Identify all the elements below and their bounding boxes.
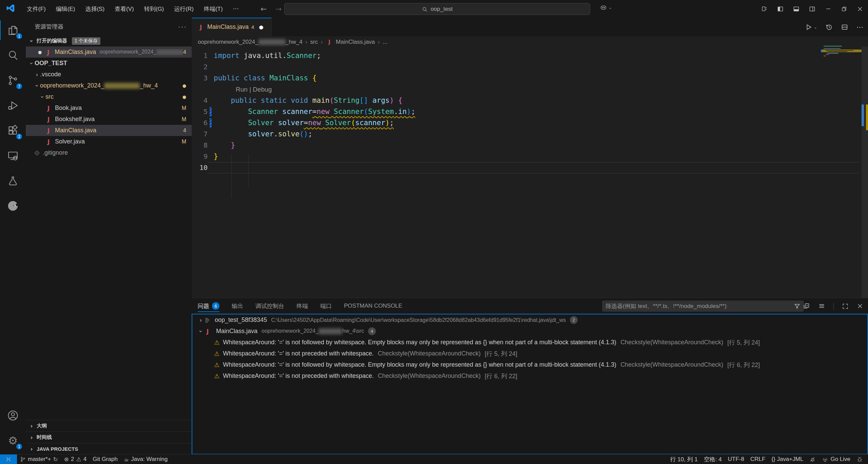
status-remote-indicator[interactable] xyxy=(0,455,17,464)
view-as-table-icon[interactable] xyxy=(818,303,825,310)
more-actions-icon[interactable]: ··· xyxy=(178,23,187,31)
run-java-button[interactable]: ⌄ xyxy=(805,23,817,31)
code-line-9[interactable]: 9} xyxy=(192,151,868,162)
maximize-panel-icon[interactable] xyxy=(842,303,849,310)
chevron-right-icon[interactable]: › xyxy=(28,434,35,441)
tab-mainclass[interactable]: J MainClass.java 4 ● xyxy=(192,18,272,36)
nav-forward-icon[interactable]: → xyxy=(275,5,282,13)
panel-tab-POSTMAN CONSOLE[interactable]: POSTMAN CONSOLE xyxy=(344,298,402,314)
tree-item-.vscode[interactable]: ›.vscode xyxy=(26,69,192,80)
code-line-6[interactable]: 6 Solver solver=new Solver(scanner); xyxy=(192,117,868,129)
codelens-run-debug[interactable]: Run | Debug xyxy=(236,84,272,95)
toggle-sidebar-icon[interactable] xyxy=(772,0,788,18)
editor-scrollbar[interactable] xyxy=(862,46,868,298)
close-panel-icon[interactable] xyxy=(857,303,863,309)
breadcrumb-item-0[interactable]: ooprehomework_2024__hw_4 xyxy=(198,39,303,45)
codelens-line[interactable]: Run | Debug xyxy=(192,84,868,95)
activity-testing[interactable] xyxy=(0,168,26,193)
problems-group-1[interactable]: ›JMainClass.javaooprehomework_2024_hw_4\… xyxy=(192,326,867,337)
code-line-4[interactable]: 4 public static void main(String[] args)… xyxy=(192,95,868,106)
dirty-indicator-icon[interactable]: ● xyxy=(38,50,42,55)
toggle-panel-icon[interactable] xyxy=(788,0,804,18)
chevron-right-icon[interactable]: › xyxy=(28,446,35,452)
code-line-7[interactable]: 7 solver.solve(); xyxy=(192,129,868,140)
activity-remote-explorer[interactable] xyxy=(0,143,26,168)
customize-layout-icon[interactable] xyxy=(756,0,772,18)
problems-group-0[interactable]: ›oop_test_58f38345C:\Users\24502\AppData… xyxy=(192,314,867,326)
nav-back-icon[interactable]: ← xyxy=(261,5,267,13)
code-editor[interactable]: 1import java.util.Scanner;23public class… xyxy=(192,47,868,298)
menu-item-5[interactable]: 运行(R) xyxy=(169,3,199,15)
menu-item-3[interactable]: 查看(V) xyxy=(110,3,139,15)
tree-item-MainClass.java[interactable]: JMainClass.java4 xyxy=(26,125,192,136)
warning-row-3[interactable]: ⚠WhitespaceAround: '=' is not preceded w… xyxy=(192,370,867,382)
open-editors-header[interactable]: › 打开的编辑器 1 个未保存 xyxy=(26,35,192,46)
status-java-status[interactable]: ☕Java: Warning xyxy=(121,455,171,464)
chevron-down-icon[interactable]: › xyxy=(39,94,45,100)
section-JAVA PROJECTS[interactable]: ›JAVA PROJECTS xyxy=(26,443,192,455)
status-go-live[interactable]: Go Live xyxy=(819,455,853,464)
breadcrumb-item-3[interactable]: ... xyxy=(383,39,387,45)
problems-filter-input[interactable]: 筛选器(例如 text、**/*.ts、!**/node_modules/**) xyxy=(602,301,804,312)
code-line-3[interactable]: 3public class MainClass { xyxy=(192,73,868,84)
chevron-down-icon[interactable]: › xyxy=(198,328,204,334)
activity-explorer[interactable]: 1 xyxy=(0,18,26,43)
panel-tab-输出[interactable]: 输出 xyxy=(232,298,243,314)
menu-item-1[interactable]: 编辑(E) xyxy=(51,3,80,15)
activity-search[interactable] xyxy=(0,43,26,68)
breadcrumb-item-1[interactable]: src xyxy=(310,39,318,45)
status-encoding[interactable]: UTF-8 xyxy=(725,455,747,464)
timeline-icon[interactable] xyxy=(825,23,833,31)
activity-extensions[interactable]: 2 xyxy=(0,118,26,143)
status-do-not-disturb[interactable] xyxy=(806,455,819,464)
menu-item-7[interactable]: ⋯ xyxy=(228,3,244,15)
panel-tab-调试控制台[interactable]: 调试控制台 xyxy=(255,298,284,314)
minimize-icon[interactable] xyxy=(820,0,836,18)
tree-item-src[interactable]: ›src● xyxy=(26,91,192,102)
warning-row-0[interactable]: ⚠WhitespaceAround: '=' is not followed b… xyxy=(192,337,867,348)
close-window-icon[interactable] xyxy=(852,0,868,18)
status-problems-summary[interactable]: ⊗2⚠4 xyxy=(61,455,90,464)
panel-tab-终端[interactable]: 终端 xyxy=(296,298,308,314)
tree-item-ooprehomework_2024_[interactable]: ›ooprehomework_2024__hw_4● xyxy=(26,80,192,91)
chevron-down-icon[interactable]: › xyxy=(28,60,35,66)
activity-run-and-debug[interactable] xyxy=(0,93,26,118)
tree-item-Book.java[interactable]: JBook.javaM xyxy=(26,102,192,114)
code-line-8[interactable]: 8 } xyxy=(192,140,868,151)
menu-item-4[interactable]: 转到(G) xyxy=(139,3,169,15)
section-时间线[interactable]: ›时间线 xyxy=(26,431,192,443)
chevron-right-icon[interactable]: › xyxy=(34,72,40,78)
minimap[interactable] xyxy=(822,45,862,72)
menu-item-2[interactable]: 选择(S) xyxy=(80,3,110,15)
command-center-search[interactable]: oop_test xyxy=(284,3,590,15)
breadcrumb-item-2[interactable]: JMainClass.java xyxy=(326,39,375,45)
panel-tab-问题[interactable]: 问题6 xyxy=(198,298,219,314)
status-cursor-position[interactable]: 行 10, 列 1 xyxy=(667,455,701,464)
status-eol[interactable]: CRLF xyxy=(747,455,768,464)
status-java-runtime[interactable] xyxy=(853,455,866,464)
code-line-2[interactable]: 2 xyxy=(192,61,868,73)
activity-accounts[interactable] xyxy=(0,403,26,428)
chevron-right-icon[interactable]: › xyxy=(28,423,35,429)
toggle-secondary-sidebar-icon[interactable] xyxy=(804,0,820,18)
section-大纲[interactable]: ›大纲 xyxy=(26,420,192,431)
status-indentation[interactable]: 空格: 4 xyxy=(701,455,725,464)
code-line-10[interactable]: 10 xyxy=(192,162,868,173)
status-git-graph[interactable]: Git Graph xyxy=(90,455,121,464)
menu-item-0[interactable]: 文件(F) xyxy=(22,3,51,15)
code-line-5[interactable]: 5 Scanner scanner=new Scanner(System.in)… xyxy=(192,106,868,117)
split-editor-icon[interactable] xyxy=(841,23,848,31)
menu-item-6[interactable]: 终端(T) xyxy=(199,3,228,15)
copilot-menu[interactable]: ⌄ xyxy=(600,4,612,11)
panel-tab-端口[interactable]: 端口 xyxy=(320,298,332,314)
tree-item-Bookshelf.java[interactable]: JBookshelf.javaM xyxy=(26,114,192,125)
more-actions-icon[interactable]: ⋯ xyxy=(856,23,863,31)
warning-row-1[interactable]: ⚠WhitespaceAround: '=' is not preceded w… xyxy=(192,348,867,359)
chevron-down-icon[interactable]: › xyxy=(34,83,40,89)
status-language-mode[interactable]: {} Java+JML xyxy=(768,455,806,464)
tree-item-.gitignore[interactable]: .gitignore xyxy=(26,147,192,158)
filter-icon[interactable] xyxy=(794,303,801,310)
status-git-branch[interactable]: master*+↻ xyxy=(17,455,61,464)
collapse-all-icon[interactable] xyxy=(803,303,810,310)
warning-row-2[interactable]: ⚠WhitespaceAround: '=' is not followed b… xyxy=(192,359,867,370)
